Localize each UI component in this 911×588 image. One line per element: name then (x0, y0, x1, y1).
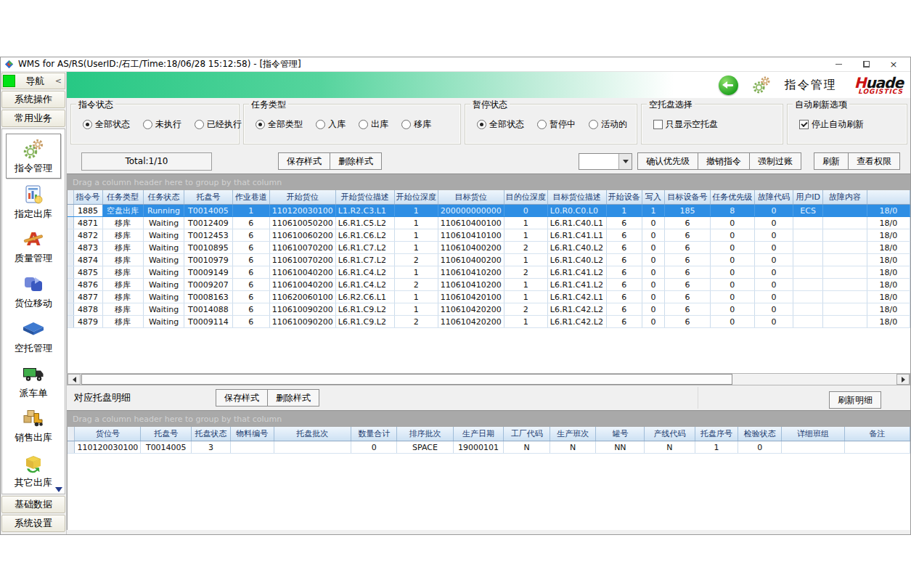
sidebar-group-base-data[interactable]: 基础数据 (1, 496, 65, 513)
grid-cell[interactable]: Waiting (143, 266, 184, 279)
grid-cell[interactable]: L6.R1.C7.L2 (335, 254, 394, 266)
grid-cell[interactable]: 0 (710, 266, 754, 279)
scroll-right-icon[interactable] (896, 374, 910, 385)
grid-cell[interactable]: Running (143, 205, 184, 217)
grid-cell[interactable]: Waiting (143, 217, 184, 229)
grid-cell[interactable]: 4877 (73, 291, 102, 303)
column-header[interactable]: 货位号 (75, 427, 141, 441)
sidebar-item-dispatch-order[interactable]: 派车单 (7, 359, 60, 403)
grid-cell[interactable]: 8 (710, 205, 754, 217)
grid-cell[interactable]: L6.R1.C4.L2 (335, 266, 394, 279)
grid-cell[interactable] (823, 316, 867, 328)
grid-cell[interactable]: 110610090200 (269, 303, 335, 316)
grid-cell[interactable]: 6 (665, 242, 711, 254)
grid-cell[interactable]: L6.R1.C41.L1 (547, 229, 606, 242)
grid-cell[interactable]: 1 (504, 291, 547, 303)
column-header[interactable]: 开始设备 (606, 190, 642, 205)
grid-cell[interactable]: 110610060200 (269, 229, 335, 242)
grid-cell[interactable]: 0 (642, 217, 664, 229)
grid-cell[interactable]: 6 (232, 254, 269, 266)
scrollbar-thumb[interactable] (81, 374, 732, 385)
grid-cell[interactable]: Waiting (143, 254, 184, 266)
grid-cell[interactable]: 18/0 (867, 205, 910, 217)
grid-cell[interactable]: 0 (504, 205, 547, 217)
grid-cell[interactable] (823, 266, 867, 279)
grid-cell[interactable]: L1.R2.C3.L1 (335, 205, 394, 217)
grid-cell[interactable]: 110610090200 (269, 316, 335, 328)
button-1[interactable]: 撤销指令 (698, 152, 750, 170)
grid-cell[interactable]: 移库 (102, 229, 143, 242)
grid-cell[interactable]: 移库 (102, 242, 143, 254)
grid-cell[interactable]: 4875 (73, 266, 102, 279)
priority-dropdown[interactable] (579, 153, 632, 170)
grid-cell[interactable]: 0 (754, 242, 793, 254)
grid-cell[interactable]: T0010895 (184, 242, 232, 254)
scrollbar-track[interactable] (732, 374, 896, 385)
grid-cell[interactable]: 0 (754, 303, 793, 316)
grid-cell[interactable]: 1 (695, 441, 738, 454)
grid-cell[interactable]: 4876 (73, 279, 102, 291)
grid-cell[interactable]: 110120030100 (75, 441, 141, 454)
grid-cell[interactable]: 1 (232, 205, 269, 217)
grid-cell[interactable]: 1 (504, 316, 547, 328)
grid-cell[interactable]: 移库 (102, 279, 143, 291)
grid-cell[interactable]: 移库 (102, 254, 143, 266)
grid-cell[interactable]: L6.R1.C5.L2 (335, 217, 394, 229)
grid-cell[interactable]: 0 (754, 279, 793, 291)
grid-cell[interactable]: T0010979 (184, 254, 232, 266)
grid-cell[interactable]: 200000000000 (438, 205, 504, 217)
grid-cell[interactable] (823, 229, 867, 242)
grid-cell[interactable]: 6 (665, 316, 711, 328)
grid-cell[interactable]: L6.R1.C9.L2 (335, 303, 394, 316)
grid-cell[interactable]: 6 (665, 266, 711, 279)
grid-cell[interactable]: 110610400200 (438, 254, 504, 266)
grid-cell[interactable]: 0 (642, 242, 664, 254)
column-header[interactable]: 数量合计 (351, 427, 397, 441)
button-0[interactable]: 确认优先级 (637, 152, 698, 170)
grid-cell[interactable]: 6 (665, 303, 711, 316)
column-header[interactable] (867, 190, 910, 205)
column-header[interactable]: 物料编号 (231, 427, 274, 441)
grid-cell[interactable]: 110610040200 (269, 266, 335, 279)
grid-cell[interactable]: 0 (754, 291, 793, 303)
sidebar-item-designated-outbound[interactable]: 指定出库 (7, 180, 60, 224)
column-header[interactable]: 目标货位描述 (547, 190, 606, 205)
sidebar-item-other-outbound[interactable]: 其它出库 (7, 449, 60, 492)
grid-cell[interactable]: 移库 (102, 266, 143, 279)
grid-cell[interactable] (793, 229, 822, 242)
column-header[interactable]: 目标货位 (438, 190, 504, 205)
grid-cell[interactable]: 4874 (73, 254, 102, 266)
grid-cell[interactable]: 6 (232, 291, 269, 303)
grid-cell[interactable]: 110620060100 (269, 291, 335, 303)
sidebar-item-location-move[interactable]: 货位移动 (7, 269, 60, 313)
grid-cell[interactable]: L6.R1.C40.L2 (547, 242, 606, 254)
grid-cell[interactable]: 4873 (73, 242, 102, 254)
grid-cell[interactable]: 6 (606, 316, 642, 328)
column-header[interactable]: 备注 (844, 427, 910, 441)
grid-cell[interactable]: Waiting (143, 242, 184, 254)
grid-cell[interactable]: 6 (665, 291, 711, 303)
grid-cell[interactable] (823, 254, 867, 266)
grid-cell[interactable]: L6.R1.C40.L1 (547, 217, 606, 229)
grid-cell[interactable]: 2 (504, 266, 547, 279)
column-header[interactable]: 开始位深度 (394, 190, 438, 205)
grid-cell[interactable]: 6 (606, 217, 642, 229)
grid-cell[interactable]: 0 (754, 217, 793, 229)
grid-cell[interactable]: 6 (232, 229, 269, 242)
grid-cell[interactable]: 110610040200 (269, 279, 335, 291)
grid-cell[interactable]: L6.R2.C6.L1 (335, 291, 394, 303)
grid-cell[interactable]: Waiting (143, 229, 184, 242)
grid-cell[interactable]: 18/0 (867, 291, 910, 303)
grid-cell[interactable]: 1 (504, 254, 547, 266)
grid-cell[interactable]: Waiting (143, 316, 184, 328)
grid-cell[interactable]: 6 (606, 303, 642, 316)
grid-cell[interactable]: 0 (710, 217, 754, 229)
grid-cell[interactable]: 6 (606, 254, 642, 266)
row-indicator[interactable] (68, 242, 73, 254)
sidebar-group-system-ops[interactable]: 系统操作 (1, 91, 65, 108)
grid-cell[interactable]: L6.R1.C42.L2 (547, 316, 606, 328)
grid-cell[interactable]: L6.R1.C9.L2 (335, 316, 394, 328)
grid-cell[interactable]: 6 (232, 242, 269, 254)
button-2[interactable]: 强制过账 (749, 152, 801, 170)
grid-cell[interactable]: L6.R1.C6.L2 (335, 229, 394, 242)
